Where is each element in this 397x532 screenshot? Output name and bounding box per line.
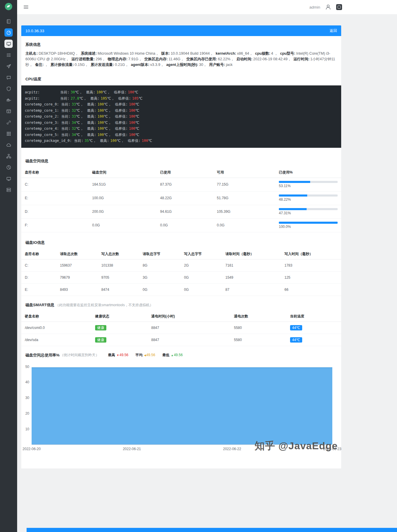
smart-title: 磁盘SMART信息 [25, 303, 54, 307]
sidebar-item-cloud[interactable] [4, 141, 13, 149]
disk-name: /dev/csmi0.0 [25, 326, 95, 330]
sidebar-item-tasks[interactable] [4, 51, 13, 59]
usage-cell: 48.22% [279, 194, 338, 202]
table-icon [6, 109, 11, 114]
section-title-disk-space: 磁盘空间信息 [21, 158, 341, 164]
cpu-temp-line: coretemp_core_1:当前:32℃，最高:100℃，临界值:100℃ [25, 108, 338, 114]
sidebar-item-charts[interactable] [4, 163, 13, 171]
critical-label: 临界值: [115, 108, 128, 113]
unit: ℃ [135, 126, 139, 131]
docker-icon [6, 98, 11, 103]
host-detail-panel: 10.0.36.33 返回 系统信息 主机名:DESKTOP-1BHHD8Q， … [21, 25, 341, 468]
field-value: jack [226, 63, 232, 67]
health-badge: 健康 [95, 325, 106, 330]
x-tick: 2022-06-20 [22, 447, 40, 451]
critical-value: 100 [128, 90, 134, 94]
current-value: 34 [72, 121, 76, 125]
current-value: 33 [72, 114, 76, 119]
field-label: 备注: [35, 63, 43, 67]
field-label: agent上报时间(秒): [166, 63, 198, 67]
disk-used: 48.22G [160, 196, 217, 200]
field-label: 累计发送流量: [91, 63, 114, 67]
unit: ℃， [103, 90, 110, 94]
sidebar-item-logs[interactable] [4, 17, 13, 25]
cpu-temp-line: acpitz:当前:30℃，最高:100℃，临界值:100℃ [25, 89, 338, 95]
sidebar-item-hosts[interactable] [4, 40, 13, 48]
sidebar-item-messages[interactable] [4, 73, 13, 82]
max-value: 100 [97, 108, 104, 113]
smart-row: /dev/sda 健康 8847 5580 44℃ [21, 334, 341, 346]
menu-toggle[interactable] [23, 4, 29, 11]
usage-percent: 53.11% [279, 184, 338, 188]
usage-bar-fill [279, 181, 310, 183]
write-time: 66 [284, 288, 338, 292]
sidebar-item-docker[interactable] [4, 96, 13, 104]
field-value: 7.91G， [128, 57, 142, 61]
current-label: 当前: [61, 102, 71, 106]
sidebar-item-apps[interactable] [4, 129, 13, 138]
disk-used: 87.37G [160, 182, 217, 186]
disk-io-row: C: 159637 101338 8G 2G 7161 1783 [21, 259, 341, 272]
column-header: 已使用 [160, 170, 217, 175]
sidebar-item-servers[interactable] [4, 186, 13, 194]
write-bytes: 2G [184, 263, 225, 267]
max-label: 最高: [90, 96, 100, 100]
critical-label: 临界值: [115, 126, 128, 131]
critical-label: 临界值: [115, 102, 128, 106]
usage-bar-fill [279, 222, 338, 224]
sensor-name: coretemp_core_2: [25, 113, 59, 120]
sidebar-item-deploy[interactable] [4, 62, 13, 70]
plot-area [32, 367, 332, 445]
disk-name: /dev/sda [25, 338, 95, 342]
critical-value: 100 [129, 121, 135, 125]
system-info-field: 系统描述:Microsoft Windows 10 Home China， [81, 51, 159, 56]
read-time: 87 [225, 288, 284, 292]
cpu-temp-line: coretemp_core_2:当前:33℃，最高:100℃，临界值:100℃ [25, 113, 338, 120]
usage-bar-fill [279, 208, 307, 210]
stat-value: ▼49.56 [117, 353, 128, 357]
app-logo[interactable] [3, 2, 14, 12]
topbar: admin [17, 0, 397, 14]
sidebar-item-security[interactable] [4, 85, 13, 93]
unit: ℃ [135, 102, 139, 106]
link-icon [6, 120, 11, 125]
stat-marker-icon: ▼ [117, 354, 119, 357]
current-label: 当前: [61, 114, 71, 119]
disk-io-header-row: 盘符名称 读取总次数 写入总次数 读取总字节 写入总字节 读取时间（毫秒） 写入… [21, 249, 341, 259]
plot-column: 2022-06-20 2022-06-21 2022-06-22 2022-06… [32, 367, 332, 451]
current-label: 当前: [61, 121, 71, 125]
cpu-temp-terminal: acpitz:当前:30℃，最高:100℃，临界值:100℃ acpitz:当前… [21, 85, 341, 148]
fullscreen-icon[interactable] [336, 4, 342, 10]
sidebar-item-screen[interactable] [4, 174, 13, 183]
sidebar-item-topology[interactable] [4, 152, 13, 160]
hamburger-icon [23, 6, 29, 11]
system-info-text: 主机名:DESKTOP-1BHHD8Q， 系统描述:Microsoft Wind… [21, 47, 341, 68]
checklist-icon [6, 53, 11, 58]
sidebar-item-dashboard[interactable] [4, 28, 13, 37]
usage-percent: 100.0% [279, 225, 338, 229]
bottom-strip [27, 528, 397, 532]
user-icon[interactable] [325, 4, 331, 10]
read-bytes: 3G [143, 275, 184, 280]
current-label: 当前: [60, 90, 69, 94]
max-label: 最高: [87, 108, 96, 113]
read-count: 159637 [60, 263, 101, 267]
drive-name: C: [25, 263, 60, 267]
field-value: x86_64， [237, 51, 253, 56]
unit: ℃， [104, 126, 111, 131]
field-label: 系统描述: [81, 51, 97, 56]
max-value: 100 [97, 114, 104, 119]
power-on-count: 5580 [234, 326, 290, 330]
disk-free: 105.39G [217, 210, 279, 214]
back-link[interactable]: 返回 [330, 28, 337, 33]
username[interactable]: admin [309, 5, 320, 9]
write-count: 8474 [101, 288, 143, 292]
write-count: 101338 [101, 263, 143, 267]
sensor-name: acpitz: [25, 95, 58, 102]
sidebar-item-links[interactable] [4, 118, 13, 126]
column-header: 通电时间(小时) [151, 314, 234, 319]
max-value: 100 [97, 121, 104, 125]
column-header: 读取时间（毫秒） [225, 252, 284, 257]
unit: ℃ [135, 121, 139, 125]
sidebar-item-tables[interactable] [4, 107, 13, 115]
